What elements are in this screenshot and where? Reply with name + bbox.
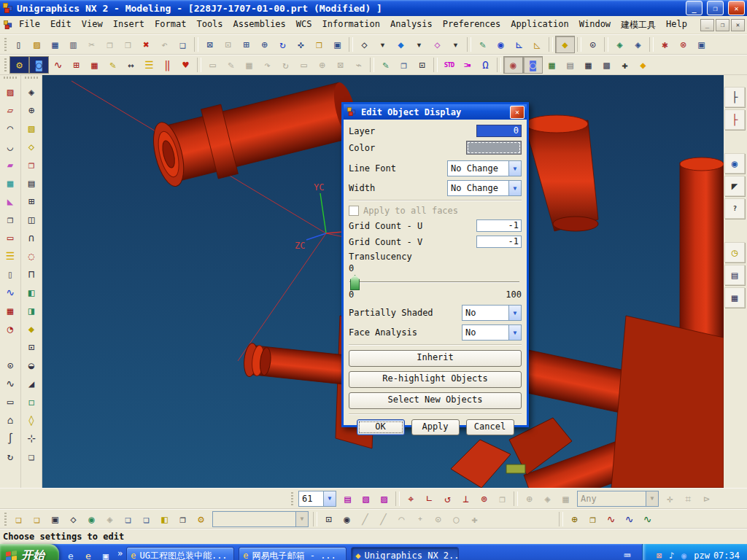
menu-preferences[interactable]: Preferences <box>438 18 506 33</box>
menu-format[interactable]: Format <box>150 18 191 33</box>
menu-window[interactable]: Window <box>574 18 616 33</box>
fit-view-icon[interactable]: ⊠ <box>201 36 219 52</box>
cone-icon[interactable]: ◇ <box>23 137 40 155</box>
select-component-icon[interactable]: ⌗ <box>679 491 697 507</box>
task-netease-mail[interactable]: e 网易电子邮箱 - ... <box>239 547 347 560</box>
slider-thumb[interactable] <box>350 275 360 290</box>
paste-icon[interactable]: ❒ <box>119 36 137 52</box>
undo-icon[interactable]: ↶ <box>155 36 174 52</box>
chevron-down-icon[interactable]: ▼ <box>508 181 521 195</box>
layer-input[interactable]: 0 <box>476 125 522 137</box>
toolbar-grip[interactable] <box>3 58 8 71</box>
modeling-app-icon[interactable]: ◉ <box>492 36 510 52</box>
mirror-icon[interactable]: ◧ <box>155 511 174 527</box>
redo-icon[interactable]: ↻ <box>276 57 295 73</box>
curve-icon[interactable]: ∿ <box>49 57 67 73</box>
chevron-down-icon[interactable]: ▼ <box>323 491 336 506</box>
mate-component-icon[interactable]: ◈ <box>629 36 647 52</box>
drafting-sheet-icon[interactable]: ▭ <box>204 57 222 73</box>
toolbar-grip[interactable] <box>3 513 8 526</box>
mdi-restore-button[interactable]: ❐ <box>716 19 729 31</box>
quilt-icon[interactable]: ▦ <box>1 301 19 319</box>
frame-select-icon[interactable]: ▣ <box>46 511 64 527</box>
web-browser-icon[interactable]: ◉ <box>724 153 745 174</box>
select-new-objects-button[interactable]: Select New Objects <box>349 392 522 409</box>
pan-view-icon[interactable]: ✜ <box>292 36 310 52</box>
toolbar-icon[interactable] <box>467 37 471 52</box>
show-desktop-icon[interactable]: ▣ <box>98 548 113 560</box>
annotation-icon[interactable]: ✎ <box>222 57 240 73</box>
toolbar-icon[interactable] <box>577 37 581 52</box>
toolbar-icon[interactable] <box>349 37 353 52</box>
edit-curve-icon[interactable]: ✎ <box>104 57 122 73</box>
toolbar-icon[interactable] <box>1 338 19 356</box>
section-view-icon[interactable]: ⊗ <box>674 36 692 52</box>
chevron-down-icon[interactable]: ▼ <box>508 306 521 320</box>
messenger-icon[interactable]: ◉ <box>678 549 690 560</box>
polyline-icon[interactable]: ∿ <box>1 374 19 392</box>
append-select-icon[interactable]: ❏ <box>137 511 155 527</box>
toolbar-icon[interactable] <box>725 221 744 240</box>
wireframe-display-icon[interactable]: ◇ <box>355 36 374 52</box>
snap-line-icon[interactable]: ╱ <box>356 511 374 527</box>
chamfer-icon[interactable]: ◢ <box>23 374 40 392</box>
rehighlight-objects-button[interactable]: Re-highlight Objects <box>349 371 522 388</box>
instance-icon[interactable]: ❏ <box>23 447 40 465</box>
sheet-icon[interactable]: ▯ <box>1 265 19 283</box>
swirl-icon[interactable]: ◔ <box>1 319 19 338</box>
frame-icon[interactable]: ▭ <box>295 57 313 73</box>
history-icon[interactable]: ◷ <box>724 242 745 262</box>
toolbar-icon[interactable] <box>649 37 654 52</box>
swept-icon[interactable]: ◠ <box>1 119 19 137</box>
zoom-in-out-icon[interactable]: ⊕ <box>255 36 274 52</box>
layers-stack-icon[interactable]: ❐ <box>395 57 413 73</box>
rotate-view-icon[interactable]: ↻ <box>274 36 292 52</box>
blend-icon[interactable]: ◒ <box>23 356 40 374</box>
menu-edit[interactable]: Edit <box>45 18 77 33</box>
snap-point-plus-icon[interactable]: ✚ <box>465 511 484 527</box>
face-analysis-combo[interactable]: No ▼ <box>462 324 522 341</box>
toolbar-icon[interactable] <box>197 58 201 72</box>
wcs-save-icon[interactable]: ❐ <box>493 491 511 507</box>
menu-insert[interactable]: Insert <box>108 18 150 33</box>
through-curves-icon[interactable]: ▨ <box>1 82 19 101</box>
network-offline-icon[interactable]: ⊠ <box>653 549 665 560</box>
camera-icon[interactable]: ◉ <box>82 511 101 527</box>
mesh-icon[interactable]: ▩ <box>597 57 616 73</box>
notes-icon[interactable]: ▣ <box>692 36 711 52</box>
groove-icon[interactable]: ∩ <box>23 228 40 246</box>
menu-information[interactable]: Information <box>317 18 385 33</box>
mdi-minimize-button[interactable]: _ <box>700 19 714 31</box>
information-window-icon[interactable]: ▤ <box>724 265 745 285</box>
valve-icon[interactable]: Ω <box>476 57 495 73</box>
view-window-icon[interactable]: ⊡ <box>413 57 431 73</box>
shaded-display-icon[interactable]: ◆ <box>392 36 410 52</box>
menu-tools[interactable]: Tools <box>191 18 228 33</box>
spreadsheet-icon[interactable]: ▦ <box>724 287 745 308</box>
layer-settings-icon[interactable]: ▤ <box>338 491 357 507</box>
subtract-icon[interactable]: ◨ <box>23 301 40 319</box>
pocket-icon[interactable]: ▤ <box>23 174 40 192</box>
wrench-icon[interactable]: ⚙ <box>192 511 210 527</box>
menu-wcs[interactable]: WCS <box>291 18 317 33</box>
delete-icon[interactable]: ✖ <box>137 36 155 52</box>
table-icon[interactable]: ▦ <box>240 57 258 73</box>
display-update-icon[interactable]: ⊡ <box>320 511 338 527</box>
curve-analysis-green-icon[interactable]: ∿ <box>638 511 657 527</box>
material-icon[interactable]: ♥ <box>177 57 195 73</box>
object-prefs-icon[interactable]: ◙ <box>29 56 49 74</box>
menu-assemblies[interactable]: Assemblies <box>228 18 291 33</box>
show-hide-icon[interactable]: ❏ <box>9 511 28 527</box>
dropdown-caret[interactable]: ▾ <box>410 36 428 52</box>
trim-body-icon[interactable]: ⊡ <box>23 338 40 356</box>
toolbar-icon[interactable] <box>194 37 198 52</box>
grid-count-u-input[interactable]: -1 <box>476 219 522 232</box>
thread-icon[interactable]: ⊓ <box>23 265 40 283</box>
studio-surface-icon[interactable]: ∿ <box>1 283 19 301</box>
find-icon[interactable]: ⊕ <box>313 57 331 73</box>
ref-grid-icon[interactable]: ▦ <box>557 491 575 507</box>
snap-arc-icon[interactable]: ◠ <box>392 511 411 527</box>
toolbar-icon[interactable] <box>514 491 518 506</box>
grid-count-v-input[interactable]: -1 <box>476 236 522 248</box>
section-surface-icon[interactable]: ◡ <box>1 137 19 155</box>
